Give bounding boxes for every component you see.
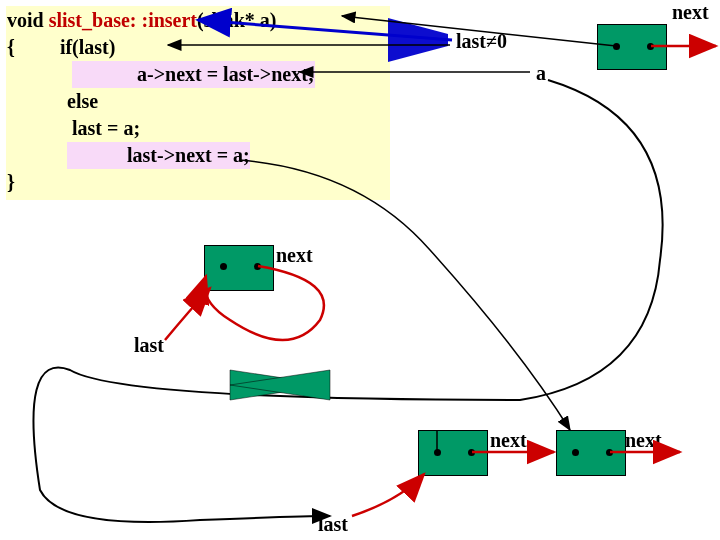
dot-bl-1 — [434, 449, 441, 456]
sig-suffix: (slink* a) — [197, 9, 276, 31]
label-last-mid: last — [134, 334, 164, 357]
kw-void: void — [7, 9, 49, 31]
tri-left — [230, 370, 330, 400]
curve-line6-to-node — [240, 160, 570, 430]
dot-tr-1 — [613, 43, 620, 50]
code-line-3: a->next = last->next; — [7, 61, 389, 88]
dot-tr-2 — [647, 43, 654, 50]
arrow-last-to-mid — [165, 288, 210, 340]
label-last-bot: last — [318, 513, 348, 536]
label-next-b1: next — [490, 429, 527, 452]
hl-line-3: a->next = last->next; — [72, 61, 315, 88]
code-line-7: } — [7, 169, 389, 196]
code-line-5: last = a; — [7, 115, 389, 142]
dot-br-2 — [606, 449, 613, 456]
code-line-6: last->next = a; — [7, 142, 389, 169]
code-block: void slist_base: :insert(slink* a) { if(… — [6, 6, 390, 200]
hl-line-6: last->next = a; — [67, 142, 250, 169]
label-next-mid: next — [276, 244, 313, 267]
node-bot-right — [556, 430, 626, 476]
label-next-topright: next — [672, 1, 709, 24]
arrow-wide-head — [388, 18, 448, 62]
dot-br-1 — [572, 449, 579, 456]
code-line-2: { if(last) — [7, 34, 389, 61]
label-last-ne-0: last≠0 — [456, 30, 507, 53]
dot-mid-2 — [254, 263, 261, 270]
node-top-right — [597, 24, 667, 70]
arrow-lastbot-to-bl — [352, 474, 424, 516]
dot-bl-2 — [468, 449, 475, 456]
code-line-1: void slist_base: :insert(slink* a) — [7, 7, 389, 34]
label-a: a — [536, 62, 546, 85]
code-line-4: else — [7, 88, 389, 115]
label-next-b2: next — [625, 429, 662, 452]
method-name: insert — [148, 9, 197, 31]
dot-mid-1 — [220, 263, 227, 270]
node-mid — [204, 245, 274, 291]
tri-right — [230, 370, 330, 400]
node-bot-left — [418, 430, 488, 476]
class-name: slist_base: : — [49, 9, 148, 31]
